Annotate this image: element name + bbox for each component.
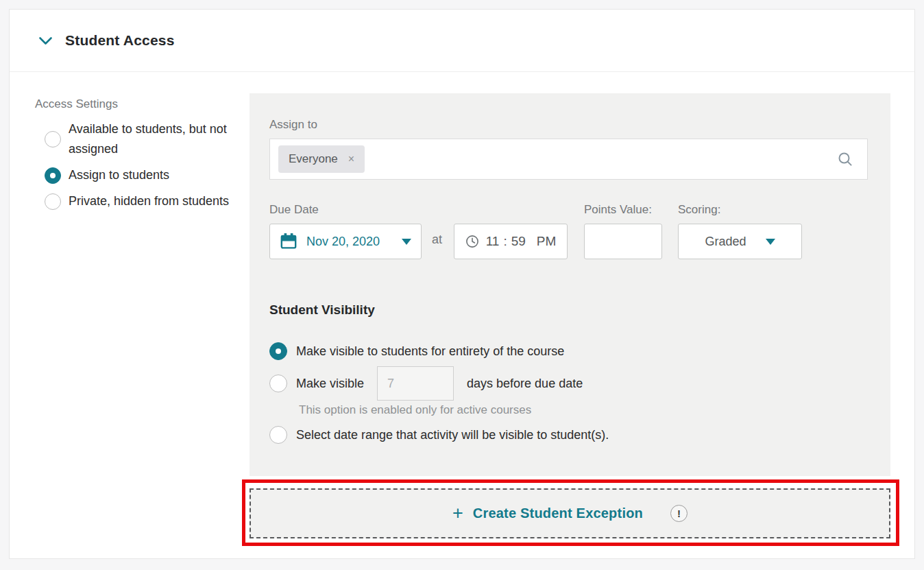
active-courses-note: This option is enabled only for active c… [299, 403, 531, 417]
plus-icon: + [452, 504, 463, 523]
time-hour: 11 [486, 234, 500, 249]
radio-visible-entire-course[interactable] [269, 342, 287, 360]
radio-private-hidden[interactable] [45, 193, 61, 210]
assignment-settings-panel: Assign to Everyone × Due Date Points Val… [250, 93, 890, 476]
at-label: at [432, 233, 442, 247]
points-value-input[interactable] [584, 224, 662, 259]
assign-to-field[interactable]: Everyone × [269, 139, 868, 180]
assign-to-label: Assign to [269, 118, 317, 132]
points-value-label: Points Value: [584, 203, 652, 217]
visibility-option-entire-course[interactable]: Make visible to students for entirety of… [269, 342, 564, 360]
due-time-picker[interactable]: 11 : 59 PM [454, 224, 568, 259]
access-settings-label: Access Settings [35, 97, 244, 111]
radio-option-available-not-assigned[interactable]: Available to students, but not assigned [35, 119, 244, 159]
caret-down-icon [766, 239, 775, 245]
assignee-tag-label: Everyone [289, 152, 338, 166]
calendar-icon [280, 233, 297, 250]
caret-down-icon [402, 239, 411, 245]
radio-available-not-assigned[interactable] [45, 131, 61, 147]
visibility-option-label: Select date range that activity will be … [296, 428, 609, 442]
scoring-dropdown[interactable]: Graded [678, 224, 802, 259]
clock-icon [465, 235, 479, 248]
time-colon: : [503, 234, 507, 249]
annotation-highlight-box: + Create Student Exception ! [242, 479, 899, 546]
create-student-exception-button[interactable]: + Create Student Exception ! [250, 488, 890, 538]
student-visibility-title: Student Visibility [269, 302, 375, 318]
assignee-tag: Everyone × [278, 145, 365, 173]
radio-option-assign-to-students[interactable]: Assign to students [35, 165, 244, 185]
radio-option-private-hidden[interactable]: Private, hidden from students [35, 191, 244, 211]
scoring-label: Scoring: [678, 203, 720, 217]
section-header: Student Access [10, 10, 914, 72]
days-before-input[interactable] [377, 366, 454, 401]
radio-label: Private, hidden from students [69, 191, 234, 211]
visibility-option-days-before[interactable]: Make visible days before due date [269, 366, 583, 401]
time-meridiem: PM [537, 234, 557, 249]
radio-label: Available to students, but not assigned [69, 119, 234, 159]
due-date-label: Due Date [269, 203, 319, 217]
visibility-option-suffix: days before due date [467, 377, 583, 391]
create-student-exception-label: Create Student Exception [473, 506, 643, 521]
chevron-down-icon[interactable] [38, 36, 53, 45]
student-access-card: Student Access Access Settings Available… [9, 9, 915, 559]
radio-assign-to-students[interactable] [45, 167, 61, 184]
access-settings-group: Access Settings Available to students, b… [35, 97, 244, 217]
radio-visible-date-range[interactable] [269, 426, 287, 444]
due-date-picker[interactable]: Nov 20, 2020 [269, 224, 422, 259]
visibility-option-date-range[interactable]: Select date range that activity will be … [269, 426, 609, 444]
radio-visible-days-before[interactable] [269, 375, 287, 392]
due-date-value: Nov 20, 2020 [306, 235, 380, 249]
alert-icon[interactable]: ! [670, 505, 688, 522]
visibility-option-prefix: Make visible [296, 377, 364, 391]
remove-tag-icon[interactable]: × [348, 153, 354, 165]
page-title: Student Access [65, 32, 175, 49]
search-icon[interactable] [837, 151, 853, 167]
visibility-option-label: Make visible to students for entirety of… [296, 344, 564, 359]
scoring-selected-value: Graded [705, 235, 746, 249]
radio-label: Assign to students [69, 165, 234, 185]
time-minute: 59 [511, 234, 526, 249]
